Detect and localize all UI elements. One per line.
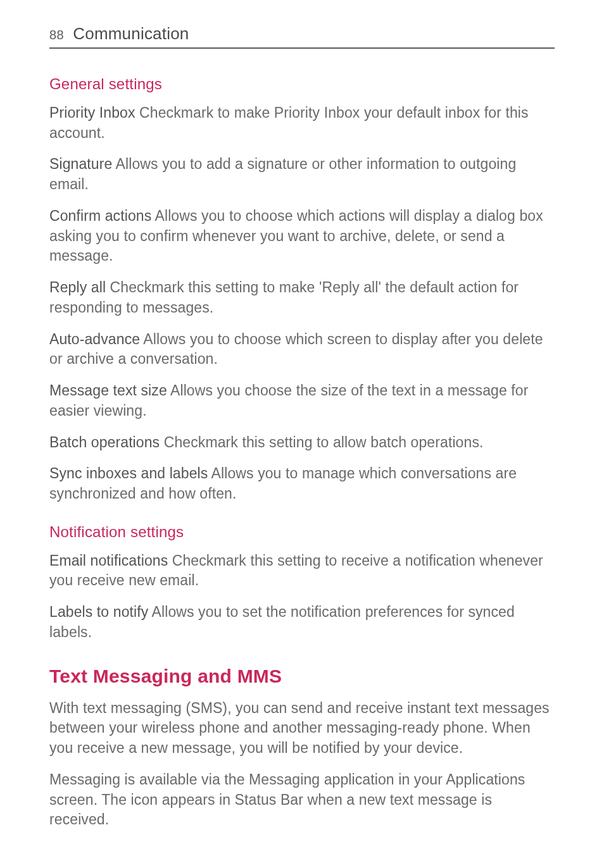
running-header: 88 Communication xyxy=(49,24,555,49)
setting-term: Priority Inbox xyxy=(49,104,135,121)
setting-item: Email notifications Checkmark this setti… xyxy=(49,551,555,591)
setting-item: Auto-advance Allows you to choose which … xyxy=(49,330,555,369)
sub-heading-notification: Notification settings xyxy=(49,523,555,541)
setting-item: Reply all Checkmark this setting to make… xyxy=(49,278,555,318)
setting-desc: Checkmark this setting to allow batch op… xyxy=(160,434,483,450)
setting-term: Reply all xyxy=(49,279,106,295)
page-number: 88 xyxy=(49,28,64,42)
setting-term: Labels to notify xyxy=(49,604,148,620)
setting-term: Batch operations xyxy=(49,434,160,450)
setting-item: Message text size Allows you choose the … xyxy=(49,381,555,421)
setting-term: Auto-advance xyxy=(49,331,140,347)
setting-term: Message text size xyxy=(49,382,167,399)
setting-item: Labels to notify Allows you to set the n… xyxy=(49,602,555,642)
setting-term: Confirm actions xyxy=(49,208,151,224)
setting-term: Signature xyxy=(49,156,112,172)
setting-term: Email notifications xyxy=(49,552,168,569)
setting-term: Sync inboxes and labels xyxy=(49,465,208,481)
setting-item: Sync inboxes and labels Allows you to ma… xyxy=(49,464,555,504)
setting-desc: Allows you to add a signature or other i… xyxy=(49,156,516,192)
chapter-title: Communication xyxy=(73,24,189,44)
sub-heading-general: General settings xyxy=(49,75,555,93)
setting-desc: Checkmark this setting to make 'Reply al… xyxy=(49,279,519,316)
setting-item: Confirm actions Allows you to choose whi… xyxy=(49,206,555,266)
body-paragraph: With text messaging (SMS), you can send … xyxy=(49,698,555,759)
body-paragraph: Messaging is available via the Messaging… xyxy=(49,770,555,830)
setting-item: Priority Inbox Checkmark to make Priorit… xyxy=(49,103,555,143)
section-title: Text Messaging and MMS xyxy=(49,666,555,687)
page-container: 88 Communication General settings Priori… xyxy=(0,0,604,830)
setting-item: Batch operations Checkmark this setting … xyxy=(49,433,555,453)
setting-item: Signature Allows you to add a signature … xyxy=(49,154,555,194)
